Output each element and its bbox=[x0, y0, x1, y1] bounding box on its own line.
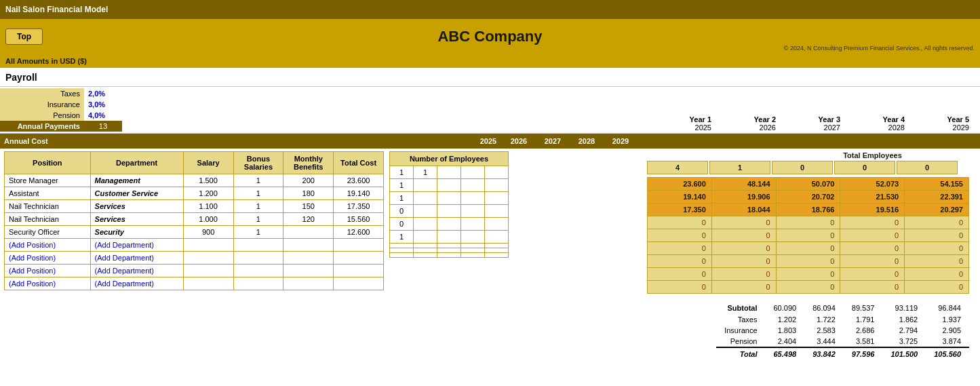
bonus-cell bbox=[233, 265, 283, 277]
annual-y5: 0 bbox=[905, 255, 969, 268]
annual-y5: 0 bbox=[905, 229, 969, 242]
total-sum-y1: 65.498 bbox=[766, 347, 805, 360]
table-row: Security Officer Security 900 1 12.600 bbox=[5, 226, 384, 239]
pos-cell: Store Manager bbox=[5, 174, 91, 187]
emp-2029 bbox=[485, 231, 509, 244]
year4-val: 2028 bbox=[844, 123, 909, 132]
position-table: Position Department Salary Bonus Salarie… bbox=[4, 151, 384, 290]
annual-y4: 21.530 bbox=[840, 191, 905, 204]
app-title: Nail Salon Financial Model bbox=[5, 5, 108, 14]
total-cell: 19.140 bbox=[334, 187, 384, 200]
salary-cell bbox=[183, 277, 233, 290]
emp-2028 bbox=[461, 205, 485, 218]
emp-2025 bbox=[390, 253, 414, 258]
emp-row bbox=[390, 244, 509, 248]
year-col-2029: 2029 bbox=[604, 137, 638, 145]
year2-label: Year 2 bbox=[716, 115, 780, 123]
table-row: Assistant Customer Service 1.200 1 180 1… bbox=[5, 187, 384, 200]
emp-row bbox=[390, 248, 509, 253]
pension-sum-label: Pension bbox=[716, 336, 765, 347]
annual-y3: 20.702 bbox=[776, 191, 840, 204]
emp-2026 bbox=[414, 218, 437, 231]
taxes-sum-row: Taxes 1.202 1.722 1.791 1.862 1.937 bbox=[716, 314, 969, 325]
year-col-2026: 2026 bbox=[502, 137, 536, 145]
annual-y5: 0 bbox=[905, 268, 969, 281]
top-button[interactable]: Top bbox=[5, 28, 43, 45]
year-col-2025: 2025 bbox=[475, 137, 502, 145]
annual-y1: 0 bbox=[648, 229, 712, 242]
taxes-sum-label: Taxes bbox=[716, 314, 765, 325]
emp-2027 bbox=[437, 244, 461, 248]
table-row: Nail Technician Services 1.000 1 120 15.… bbox=[5, 213, 384, 226]
annual-y5: 20.297 bbox=[905, 204, 969, 216]
annual-y1: 23.600 bbox=[648, 178, 712, 191]
year1-label: Year 1 bbox=[651, 115, 716, 123]
bonus-cell: 1 bbox=[233, 187, 283, 200]
monthly-cell: 180 bbox=[283, 187, 334, 200]
emp-2028 bbox=[461, 166, 485, 179]
annual-y2: 0 bbox=[711, 255, 776, 268]
pos-cell: Nail Technician bbox=[5, 213, 91, 226]
emp-2028 bbox=[461, 231, 485, 244]
pos-cell: Assistant bbox=[5, 187, 91, 200]
total-emp-cell: 4 bbox=[647, 161, 708, 174]
monthly-cell bbox=[283, 252, 334, 265]
emp-2025: 1 bbox=[390, 166, 414, 179]
total-row: Total 65.498 93.842 97.596 101.500 105.5… bbox=[716, 347, 969, 360]
emp-2028 bbox=[461, 179, 485, 192]
annual-y4: 0 bbox=[840, 268, 905, 281]
table-row: Store Manager Management 1.500 1 200 23.… bbox=[5, 174, 384, 187]
company-name: ABC Company bbox=[437, 28, 542, 45]
col-num-emp-header: Number of Employees bbox=[390, 152, 509, 166]
emp-2029 bbox=[485, 218, 509, 231]
annual-y5: 0 bbox=[905, 281, 969, 294]
annual-y4: 0 bbox=[840, 216, 905, 229]
col-monthly-header: Monthly Benefits bbox=[283, 152, 334, 174]
monthly-cell: 150 bbox=[283, 200, 334, 213]
emp-2029 bbox=[485, 205, 509, 218]
subtotal-y3: 89.537 bbox=[844, 302, 883, 314]
total-emp-cell: 1 bbox=[709, 161, 770, 174]
annual-y4: 0 bbox=[840, 242, 905, 255]
subtotal-y2: 86.094 bbox=[804, 302, 844, 314]
dept-cell: Customer Service bbox=[90, 187, 183, 200]
annual-y3: 0 bbox=[776, 216, 840, 229]
table-row: Nail Technician Services 1.100 1 150 17.… bbox=[5, 200, 384, 213]
emp-2029 bbox=[485, 166, 509, 179]
total-cell: 12.600 bbox=[334, 226, 384, 239]
pos-cell: (Add Position) bbox=[5, 265, 91, 277]
table-row: (Add Position) (Add Department) bbox=[5, 239, 384, 252]
annual-y4: 0 bbox=[840, 255, 905, 268]
col-dept-header: Department bbox=[90, 152, 183, 174]
taxes-sum-y4: 1.862 bbox=[882, 314, 926, 325]
emp-row: 1 bbox=[390, 179, 509, 192]
subtotal-row: Subtotal 60.090 86.094 89.537 93.119 96.… bbox=[716, 302, 969, 314]
emp-2026 bbox=[414, 244, 437, 248]
total-emp-cell: 0 bbox=[772, 161, 833, 174]
dept-cell: (Add Department) bbox=[90, 252, 183, 265]
subtotal-y5: 96.844 bbox=[926, 302, 969, 314]
pos-cell: (Add Position) bbox=[5, 252, 91, 265]
monthly-cell bbox=[283, 277, 334, 290]
emp-2026 bbox=[414, 248, 437, 253]
annual-y1: 0 bbox=[648, 281, 712, 294]
annual-y1: 0 bbox=[648, 255, 712, 268]
emp-2027 bbox=[437, 253, 461, 258]
insurance-sum-y1: 1.803 bbox=[766, 325, 805, 336]
emp-row: 1 bbox=[390, 231, 509, 244]
total-cell: 23.600 bbox=[334, 174, 384, 187]
emp-row: 1 1 bbox=[390, 166, 509, 179]
bonus-cell bbox=[233, 252, 283, 265]
subtotal-y4: 93.119 bbox=[882, 302, 926, 314]
emp-2026 bbox=[414, 253, 437, 258]
year5-label: Year 5 bbox=[909, 115, 973, 123]
salary-cell bbox=[183, 265, 233, 277]
year1-val: 2025 bbox=[651, 123, 716, 132]
emp-2025: 1 bbox=[390, 231, 414, 244]
total-sum-y4: 101.500 bbox=[882, 347, 926, 360]
annual-y2: 0 bbox=[711, 229, 776, 242]
emp-2026 bbox=[414, 192, 437, 205]
annual-row: 19.140 19.906 20.702 21.530 22.391 bbox=[648, 191, 969, 204]
annual-y2: 0 bbox=[711, 216, 776, 229]
total-sum-y5: 105.560 bbox=[926, 347, 969, 360]
